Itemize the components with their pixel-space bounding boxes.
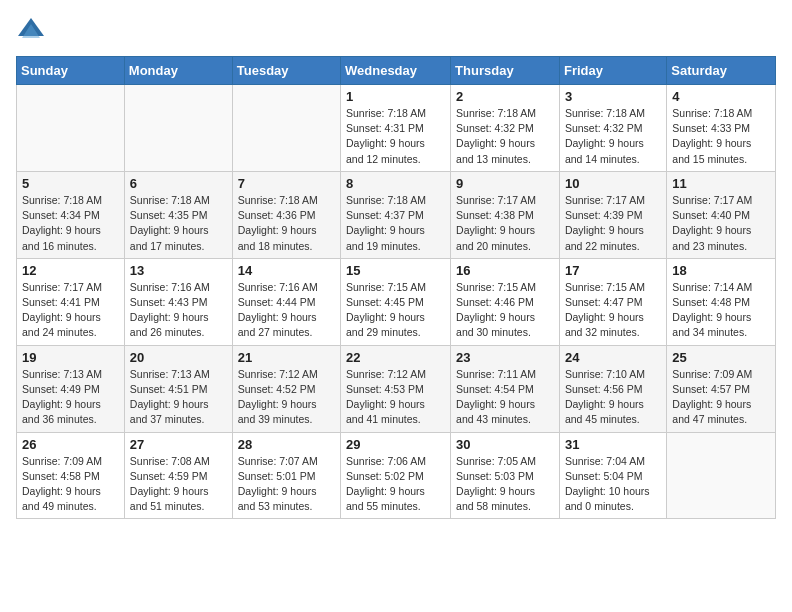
calendar-week-row: 26Sunrise: 7:09 AM Sunset: 4:58 PM Dayli… <box>17 432 776 519</box>
day-info: Sunrise: 7:11 AM Sunset: 4:54 PM Dayligh… <box>456 367 554 428</box>
day-info: Sunrise: 7:14 AM Sunset: 4:48 PM Dayligh… <box>672 280 770 341</box>
calendar-cell: 21Sunrise: 7:12 AM Sunset: 4:52 PM Dayli… <box>232 345 340 432</box>
day-number: 31 <box>565 437 661 452</box>
day-info: Sunrise: 7:12 AM Sunset: 4:53 PM Dayligh… <box>346 367 445 428</box>
weekday-header-row: SundayMondayTuesdayWednesdayThursdayFrid… <box>17 57 776 85</box>
weekday-header: Friday <box>559 57 666 85</box>
calendar-cell: 16Sunrise: 7:15 AM Sunset: 4:46 PM Dayli… <box>451 258 560 345</box>
day-number: 12 <box>22 263 119 278</box>
day-number: 24 <box>565 350 661 365</box>
day-info: Sunrise: 7:17 AM Sunset: 4:39 PM Dayligh… <box>565 193 661 254</box>
calendar-cell: 15Sunrise: 7:15 AM Sunset: 4:45 PM Dayli… <box>341 258 451 345</box>
day-number: 29 <box>346 437 445 452</box>
calendar-cell: 14Sunrise: 7:16 AM Sunset: 4:44 PM Dayli… <box>232 258 340 345</box>
day-info: Sunrise: 7:18 AM Sunset: 4:31 PM Dayligh… <box>346 106 445 167</box>
day-info: Sunrise: 7:06 AM Sunset: 5:02 PM Dayligh… <box>346 454 445 515</box>
calendar-cell: 19Sunrise: 7:13 AM Sunset: 4:49 PM Dayli… <box>17 345 125 432</box>
day-number: 5 <box>22 176 119 191</box>
weekday-header: Sunday <box>17 57 125 85</box>
day-number: 3 <box>565 89 661 104</box>
day-number: 13 <box>130 263 227 278</box>
day-number: 2 <box>456 89 554 104</box>
calendar-cell: 22Sunrise: 7:12 AM Sunset: 4:53 PM Dayli… <box>341 345 451 432</box>
day-info: Sunrise: 7:16 AM Sunset: 4:44 PM Dayligh… <box>238 280 335 341</box>
day-number: 14 <box>238 263 335 278</box>
calendar-cell: 30Sunrise: 7:05 AM Sunset: 5:03 PM Dayli… <box>451 432 560 519</box>
calendar-cell: 2Sunrise: 7:18 AM Sunset: 4:32 PM Daylig… <box>451 85 560 172</box>
page-header <box>16 16 776 46</box>
day-number: 16 <box>456 263 554 278</box>
day-info: Sunrise: 7:18 AM Sunset: 4:34 PM Dayligh… <box>22 193 119 254</box>
day-number: 6 <box>130 176 227 191</box>
calendar-cell: 26Sunrise: 7:09 AM Sunset: 4:58 PM Dayli… <box>17 432 125 519</box>
day-info: Sunrise: 7:18 AM Sunset: 4:32 PM Dayligh… <box>456 106 554 167</box>
calendar-cell: 4Sunrise: 7:18 AM Sunset: 4:33 PM Daylig… <box>667 85 776 172</box>
calendar-cell: 31Sunrise: 7:04 AM Sunset: 5:04 PM Dayli… <box>559 432 666 519</box>
day-info: Sunrise: 7:07 AM Sunset: 5:01 PM Dayligh… <box>238 454 335 515</box>
calendar-cell: 6Sunrise: 7:18 AM Sunset: 4:35 PM Daylig… <box>124 171 232 258</box>
day-info: Sunrise: 7:16 AM Sunset: 4:43 PM Dayligh… <box>130 280 227 341</box>
calendar-cell: 8Sunrise: 7:18 AM Sunset: 4:37 PM Daylig… <box>341 171 451 258</box>
day-info: Sunrise: 7:18 AM Sunset: 4:33 PM Dayligh… <box>672 106 770 167</box>
weekday-header: Wednesday <box>341 57 451 85</box>
logo-icon <box>16 16 46 46</box>
day-number: 27 <box>130 437 227 452</box>
logo <box>16 16 50 46</box>
calendar-cell: 1Sunrise: 7:18 AM Sunset: 4:31 PM Daylig… <box>341 85 451 172</box>
day-info: Sunrise: 7:17 AM Sunset: 4:38 PM Dayligh… <box>456 193 554 254</box>
weekday-header: Monday <box>124 57 232 85</box>
day-number: 20 <box>130 350 227 365</box>
calendar-cell: 7Sunrise: 7:18 AM Sunset: 4:36 PM Daylig… <box>232 171 340 258</box>
calendar-cell: 24Sunrise: 7:10 AM Sunset: 4:56 PM Dayli… <box>559 345 666 432</box>
day-info: Sunrise: 7:17 AM Sunset: 4:40 PM Dayligh… <box>672 193 770 254</box>
calendar-cell: 23Sunrise: 7:11 AM Sunset: 4:54 PM Dayli… <box>451 345 560 432</box>
day-number: 25 <box>672 350 770 365</box>
day-info: Sunrise: 7:04 AM Sunset: 5:04 PM Dayligh… <box>565 454 661 515</box>
day-info: Sunrise: 7:13 AM Sunset: 4:49 PM Dayligh… <box>22 367 119 428</box>
day-number: 9 <box>456 176 554 191</box>
day-number: 21 <box>238 350 335 365</box>
day-number: 18 <box>672 263 770 278</box>
day-number: 7 <box>238 176 335 191</box>
calendar-cell: 10Sunrise: 7:17 AM Sunset: 4:39 PM Dayli… <box>559 171 666 258</box>
weekday-header: Saturday <box>667 57 776 85</box>
calendar-cell <box>232 85 340 172</box>
day-number: 22 <box>346 350 445 365</box>
calendar-cell: 12Sunrise: 7:17 AM Sunset: 4:41 PM Dayli… <box>17 258 125 345</box>
day-info: Sunrise: 7:18 AM Sunset: 4:35 PM Dayligh… <box>130 193 227 254</box>
calendar-week-row: 12Sunrise: 7:17 AM Sunset: 4:41 PM Dayli… <box>17 258 776 345</box>
calendar-cell: 5Sunrise: 7:18 AM Sunset: 4:34 PM Daylig… <box>17 171 125 258</box>
calendar-cell <box>667 432 776 519</box>
calendar-cell <box>17 85 125 172</box>
day-number: 26 <box>22 437 119 452</box>
calendar-cell: 29Sunrise: 7:06 AM Sunset: 5:02 PM Dayli… <box>341 432 451 519</box>
calendar-cell: 28Sunrise: 7:07 AM Sunset: 5:01 PM Dayli… <box>232 432 340 519</box>
day-info: Sunrise: 7:18 AM Sunset: 4:36 PM Dayligh… <box>238 193 335 254</box>
day-info: Sunrise: 7:05 AM Sunset: 5:03 PM Dayligh… <box>456 454 554 515</box>
calendar-cell: 13Sunrise: 7:16 AM Sunset: 4:43 PM Dayli… <box>124 258 232 345</box>
day-number: 10 <box>565 176 661 191</box>
calendar-cell: 17Sunrise: 7:15 AM Sunset: 4:47 PM Dayli… <box>559 258 666 345</box>
day-info: Sunrise: 7:15 AM Sunset: 4:45 PM Dayligh… <box>346 280 445 341</box>
day-info: Sunrise: 7:10 AM Sunset: 4:56 PM Dayligh… <box>565 367 661 428</box>
calendar-cell: 18Sunrise: 7:14 AM Sunset: 4:48 PM Dayli… <box>667 258 776 345</box>
day-number: 1 <box>346 89 445 104</box>
calendar-week-row: 1Sunrise: 7:18 AM Sunset: 4:31 PM Daylig… <box>17 85 776 172</box>
day-info: Sunrise: 7:15 AM Sunset: 4:47 PM Dayligh… <box>565 280 661 341</box>
calendar-week-row: 5Sunrise: 7:18 AM Sunset: 4:34 PM Daylig… <box>17 171 776 258</box>
calendar-cell: 27Sunrise: 7:08 AM Sunset: 4:59 PM Dayli… <box>124 432 232 519</box>
weekday-header: Thursday <box>451 57 560 85</box>
day-info: Sunrise: 7:17 AM Sunset: 4:41 PM Dayligh… <box>22 280 119 341</box>
calendar-cell: 25Sunrise: 7:09 AM Sunset: 4:57 PM Dayli… <box>667 345 776 432</box>
day-number: 8 <box>346 176 445 191</box>
calendar-cell <box>124 85 232 172</box>
day-info: Sunrise: 7:09 AM Sunset: 4:58 PM Dayligh… <box>22 454 119 515</box>
day-info: Sunrise: 7:15 AM Sunset: 4:46 PM Dayligh… <box>456 280 554 341</box>
day-info: Sunrise: 7:13 AM Sunset: 4:51 PM Dayligh… <box>130 367 227 428</box>
calendar-cell: 3Sunrise: 7:18 AM Sunset: 4:32 PM Daylig… <box>559 85 666 172</box>
calendar-week-row: 19Sunrise: 7:13 AM Sunset: 4:49 PM Dayli… <box>17 345 776 432</box>
day-info: Sunrise: 7:08 AM Sunset: 4:59 PM Dayligh… <box>130 454 227 515</box>
calendar-cell: 9Sunrise: 7:17 AM Sunset: 4:38 PM Daylig… <box>451 171 560 258</box>
day-number: 28 <box>238 437 335 452</box>
day-number: 4 <box>672 89 770 104</box>
